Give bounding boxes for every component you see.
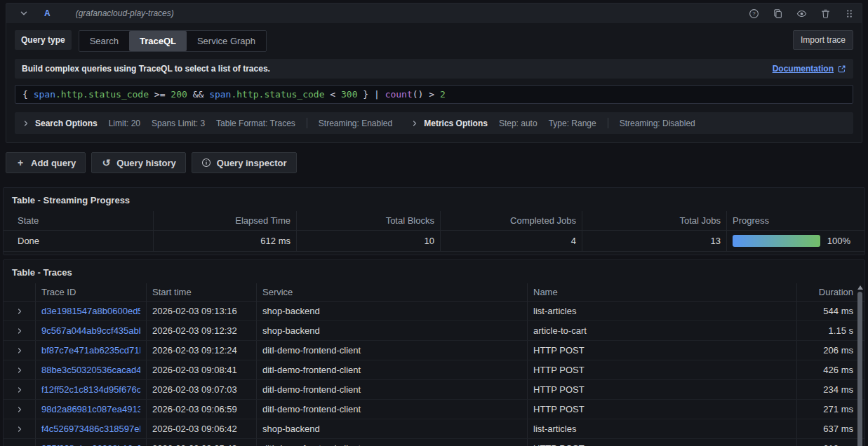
trace-id-link[interactable]: f4c526973486c318597ebf27 (41, 424, 140, 434)
metrics-options-label: Metrics Options (424, 119, 488, 128)
column-header-duration[interactable]: Duration (796, 283, 864, 301)
column-header-service[interactable]: Service (256, 283, 527, 301)
duration-cell: 234 ms (796, 380, 864, 399)
scroll-up-arrow-icon[interactable] (857, 285, 863, 290)
eye-icon[interactable] (796, 8, 807, 19)
metrics-options-toggle[interactable]: Metrics Options (410, 119, 488, 128)
start-time-cell: 2026-02-03 09:12:32 (146, 321, 256, 340)
query-token: { (22, 89, 34, 100)
expand-row-chevron-icon[interactable] (4, 321, 35, 340)
trace-id-link[interactable]: d3e1981547a8b0600ed5c07 (41, 306, 140, 316)
name-cell: list-articles (527, 302, 796, 320)
query-token: && (187, 89, 209, 100)
column-header-total-jobs[interactable]: Total Jobs (582, 211, 726, 230)
total-blocks-cell: 10 (296, 231, 440, 251)
name-cell: HTTP POST (527, 341, 796, 360)
service-cell: shop-backend (256, 302, 527, 320)
traceql-hint-text: Build complex queries using TraceQL to s… (22, 64, 270, 74)
name-cell: HTTP POST (527, 360, 796, 379)
table-row: 9c567a044ab9ccf435abbda 2026-02-03 09:12… (4, 321, 864, 341)
state-cell: Done (12, 231, 153, 251)
import-trace-button[interactable]: Import trace (793, 30, 853, 50)
elapsed-time-cell: 612 ms (153, 231, 296, 251)
traceql-hint-bar: Build complex queries using TraceQL to s… (15, 59, 853, 79)
duration-cell: 271 ms (796, 400, 864, 419)
start-time-cell: 2026-02-03 09:13:16 (146, 302, 256, 320)
duration-cell: 612 ms (796, 439, 864, 446)
column-header-state[interactable]: State (12, 211, 153, 230)
streaming-table-header: State Elapsed Time Total Blocks Complete… (4, 211, 864, 230)
traces-panel: Table - Traces Trace ID Start time Servi… (3, 259, 865, 446)
column-header-completed-jobs[interactable]: Completed Jobs (440, 211, 582, 230)
scrollbar-thumb[interactable] (857, 292, 862, 446)
add-query-button[interactable]: + Add query (6, 152, 86, 173)
expand-row-chevron-icon[interactable] (4, 400, 35, 419)
option-step: Step: auto (499, 119, 538, 128)
query-token: < (325, 89, 341, 100)
duration-cell: 426 ms (796, 360, 864, 379)
total-jobs-cell: 13 (582, 231, 726, 251)
help-icon[interactable]: ? (749, 8, 759, 19)
query-inspector-button[interactable]: Query inspector (192, 152, 297, 173)
duration-cell: 206 ms (796, 341, 864, 360)
streaming-panel-title[interactable]: Table - Streaming Progress (4, 188, 864, 211)
option-metrics-streaming: Streaming: Disabled (620, 119, 695, 128)
query-history-button[interactable]: ↺ Query history (91, 152, 186, 173)
column-header-trace-id[interactable]: Trace ID (35, 283, 146, 301)
drag-handle-icon[interactable] (844, 8, 855, 19)
expand-row-chevron-icon[interactable] (4, 380, 35, 399)
query-editor-body: Query type Search TraceQL Service Graph … (6, 23, 862, 142)
expand-row-chevron-icon[interactable] (4, 419, 35, 438)
query-token: > (423, 89, 439, 100)
option-table-format: Table Format: Traces (216, 119, 295, 128)
trace-id-link[interactable]: bf87c7e471ab6235cd71b2ff0 (41, 345, 140, 356)
tab-search[interactable]: Search (79, 31, 129, 51)
expand-row-chevron-icon[interactable] (4, 360, 35, 379)
column-header-elapsed-time[interactable]: Elapsed Time (153, 211, 296, 230)
column-header-start-time[interactable]: Start time (146, 283, 256, 301)
traces-panel-title[interactable]: Table - Traces (4, 260, 864, 283)
query-token: 200 (171, 89, 187, 100)
traceql-query-input[interactable]: { span.http.status_code >= 200 && span.h… (15, 85, 853, 104)
collapse-chevron-icon[interactable] (19, 8, 29, 18)
table-row: f12ff52c1c8134d95f676c386 2026-02-03 09:… (4, 380, 864, 400)
trace-id-link[interactable]: 9c567a044ab9ccf435abbda (41, 325, 140, 336)
chevron-right-icon (410, 119, 419, 128)
table-row: 98d2a86981c087ea4913f047 2026-02-03 09:0… (4, 400, 864, 419)
service-cell: ditl-demo-frontend-client (256, 380, 527, 399)
start-time-cell: 2026-02-03 09:05:49 (146, 439, 256, 446)
trash-icon[interactable] (820, 8, 831, 19)
progress-gauge: 100% (733, 235, 850, 247)
completed-jobs-cell: 4 (440, 231, 582, 251)
trace-id-link[interactable]: f12ff52c1c8134d95f676c386 (41, 384, 140, 395)
query-type-label: Query type (15, 30, 72, 50)
option-limit: Limit: 20 (109, 119, 140, 128)
query-options-bar: Search Options Limit: 20 Spans Limit: 3 … (15, 112, 853, 134)
vertical-scrollbar[interactable] (857, 285, 863, 446)
service-cell: ditl-demo-frontend-client (256, 439, 527, 446)
trace-id-link[interactable]: 98d2a86981c087ea4913f047 (41, 404, 140, 414)
service-cell: ditl-demo-frontend-client (256, 341, 527, 360)
expand-row-chevron-icon[interactable] (4, 341, 35, 360)
expand-row-chevron-icon[interactable] (4, 302, 35, 320)
trace-id-link[interactable]: 88be3c50320536cacad4594 (41, 365, 140, 375)
query-token: } (357, 89, 373, 100)
column-header-progress[interactable]: Progress (726, 211, 856, 230)
start-time-cell: 2026-02-03 09:12:24 (146, 341, 256, 360)
documentation-link[interactable]: Documentation (773, 64, 846, 74)
column-header-total-blocks[interactable]: Total Blocks (296, 211, 440, 230)
query-inspector-label: Query inspector (217, 158, 287, 168)
query-token: | (374, 89, 385, 100)
option-spans-limit: Spans Limit: 3 (152, 119, 205, 128)
duration-cell: 1.15 s (796, 321, 864, 340)
column-header-name[interactable]: Name (527, 283, 796, 301)
service-cell: ditl-demo-frontend-client (256, 360, 527, 379)
search-options-toggle[interactable]: Search Options (22, 119, 98, 128)
trace-id-link[interactable]: 355f00fbdae06028b10a79b3 (41, 443, 140, 446)
query-actions-row: + Add query ↺ Query history Query inspec… (6, 152, 862, 173)
duplicate-icon[interactable] (773, 8, 783, 19)
expand-row-chevron-icon[interactable] (4, 439, 35, 446)
tab-traceql[interactable]: TraceQL (129, 31, 187, 51)
tab-service-graph[interactable]: Service Graph (187, 31, 266, 51)
streaming-progress-panel: Table - Streaming Progress State Elapsed… (3, 187, 865, 255)
